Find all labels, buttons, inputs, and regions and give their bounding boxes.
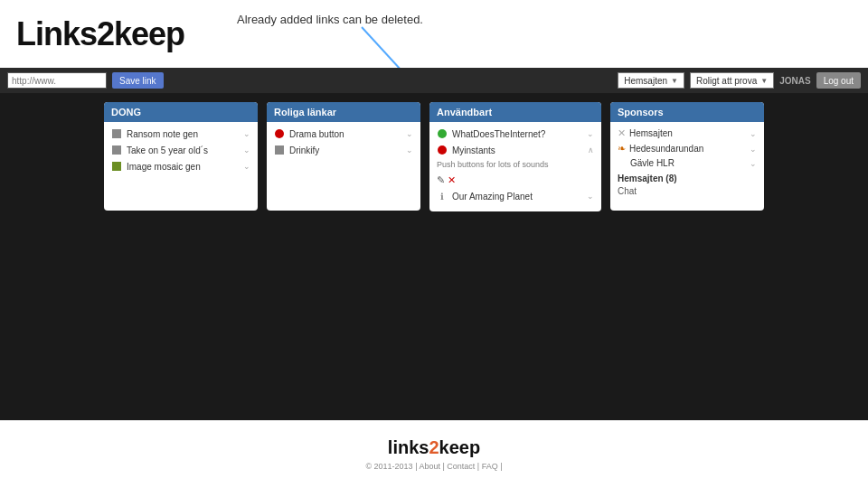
x-icon: ✕ <box>618 127 626 139</box>
item-label: Hedesundarundan <box>629 144 703 154</box>
item-label: Ransom note gen <box>127 129 198 139</box>
leaf-icon: ❧ <box>618 143 626 155</box>
list-item: Drama button ⌄ <box>267 126 420 142</box>
logout-button[interactable]: Log out <box>816 72 861 89</box>
item-label: Hemsajten <box>629 128 673 138</box>
delete-icon[interactable]: ✕ <box>448 174 456 186</box>
green-icon <box>438 129 447 138</box>
item-label: Image mosaic gen <box>127 162 201 172</box>
gray-icon <box>112 129 121 138</box>
chevron-down-icon[interactable]: ⌄ <box>750 159 757 168</box>
footer-logo-text: links <box>388 437 429 457</box>
edit-icon[interactable]: ✎ <box>437 174 445 186</box>
sponsors-card-header: Sponsors <box>610 102 764 122</box>
list-item: Take on 5 year old´s ⌄ <box>104 142 258 158</box>
olive-icon <box>112 162 121 171</box>
delete-row: ✎ ✕ <box>429 173 601 188</box>
chevron-down-icon[interactable]: ⌄ <box>243 129 250 138</box>
red-icon <box>275 129 284 138</box>
footer-logo: links2keep <box>388 437 480 458</box>
nav-dropdown-2[interactable]: Roligt att prova ▼ <box>690 72 774 89</box>
list-item: Gävle HLR ⌄ <box>610 156 764 170</box>
footer-copyright: © 2011-2013 | About | Contact | FAQ | <box>365 462 502 471</box>
chevron-down-icon[interactable]: ⌄ <box>406 145 413 155</box>
list-item: Drinkify ⌄ <box>267 142 420 158</box>
gray-icon <box>112 145 121 155</box>
list-item: Ransom note gen ⌄ <box>104 126 258 142</box>
sponsors-chat-item: Chat <box>610 185 764 197</box>
url-input[interactable] <box>7 72 107 89</box>
save-link-button[interactable]: Save link <box>112 72 164 89</box>
gray-icon <box>275 145 284 155</box>
dong-card-header: DONG <box>104 102 258 122</box>
list-item: Image mosaic gen ⌄ <box>104 158 258 174</box>
anvandbart-card-header: Användbart <box>429 102 601 122</box>
roliga-card: Roliga länkar Drama button ⌄ Drinkify ⌄ <box>267 102 420 211</box>
list-item: ❧ Hedesundarundan ⌄ <box>610 141 764 156</box>
list-item: ✕ Hemsajten ⌄ <box>610 126 764 141</box>
sponsors-card: Sponsors ✕ Hemsajten ⌄ ❧ Hedesundarundan… <box>610 102 764 211</box>
item-label: Our Amazing Planet <box>452 192 533 202</box>
anvandbart-card: Användbart WhatDoesTheInternet? ⌄ Myinst… <box>429 102 601 211</box>
chevron-down-icon[interactable]: ⌄ <box>243 145 250 155</box>
red-icon <box>438 145 447 155</box>
chevron-down-icon[interactable]: ⌄ <box>750 145 757 154</box>
footer-logo-suffix: keep <box>439 437 481 457</box>
list-item: ℹ Our Amazing Planet ⌄ <box>429 188 601 204</box>
roliga-card-header: Roliga länkar <box>267 102 420 122</box>
username-label: JONAS <box>779 76 810 86</box>
chevron-down-icon[interactable]: ⌄ <box>587 129 594 138</box>
footer: links2keep © 2011-2013 | About | Contact… <box>0 420 868 488</box>
footer-logo-number: 2 <box>429 437 439 457</box>
item-label: Myinstants <box>452 145 495 155</box>
anvandbart-desc: Push buttons for lots of sounds <box>429 158 601 173</box>
nav-dropdown-2-label: Roligt att prova <box>696 76 757 86</box>
cards-area: DONG Ransom note gen ⌄ Take on 5 year ol… <box>0 93 868 301</box>
annotation-text: Already added links can be deleted. <box>237 13 423 26</box>
list-item: Myinstants ∧ <box>429 142 601 158</box>
nav-dropdown-1-label: Hemsajten <box>624 76 667 86</box>
app-logo: Links2keep <box>16 15 184 53</box>
list-item: WhatDoesTheInternet? ⌄ <box>429 126 601 142</box>
item-label: Drinkify <box>289 145 319 155</box>
dropdown-arrow-icon: ▼ <box>671 77 678 85</box>
nav-dropdown-1[interactable]: Hemsajten ▼ <box>618 72 684 89</box>
item-label: Gävle HLR <box>630 158 675 168</box>
item-label: WhatDoesTheInternet? <box>452 129 545 139</box>
chevron-down-icon[interactable]: ⌄ <box>406 129 413 138</box>
dong-card: DONG Ransom note gen ⌄ Take on 5 year ol… <box>104 102 258 211</box>
item-label: Take on 5 year old´s <box>127 145 208 155</box>
chevron-down-icon[interactable]: ⌄ <box>750 129 757 138</box>
toolbar: Save link Hemsajten ▼ Roligt att prova ▼… <box>0 68 868 93</box>
item-label: Drama button <box>289 129 344 139</box>
chevron-up-icon[interactable]: ∧ <box>588 145 594 155</box>
chevron-down-icon[interactable]: ⌄ <box>587 192 594 201</box>
chevron-down-icon[interactable]: ⌄ <box>243 162 250 171</box>
dropdown-arrow-icon-2: ▼ <box>760 77 768 85</box>
sponsors-section-header: Hemsajten (8) <box>610 170 764 185</box>
